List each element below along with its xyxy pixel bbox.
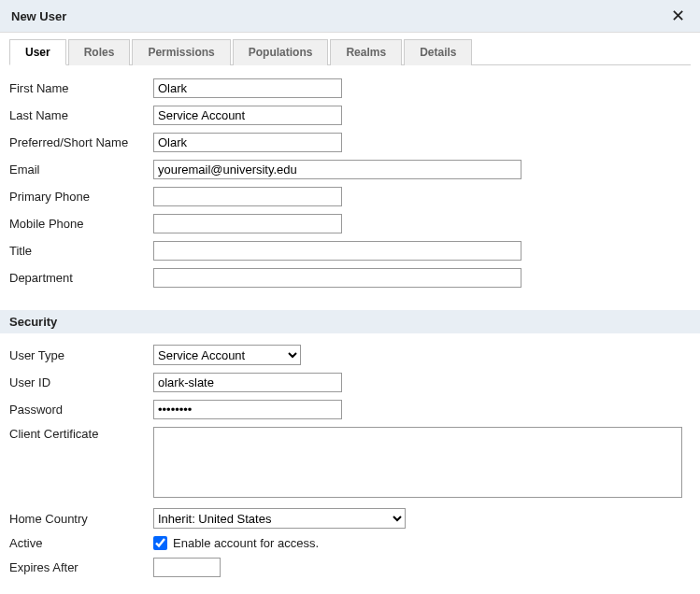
tab-permissions[interactable]: Permissions [132,39,230,65]
security-area: User Type Service Account User ID Passwo… [0,345,700,594]
expires-after-input[interactable] [153,558,221,577]
active-checkbox-label: Enable account for access. [173,536,319,550]
tabs: User Roles Permissions Populations Realm… [9,38,691,65]
tab-user[interactable]: User [9,39,66,65]
home-country-select[interactable]: Inherit: United States [153,508,406,529]
label-title: Title [9,244,153,258]
label-first-name: First Name [9,81,153,95]
label-user-id: User ID [9,375,153,389]
preferred-name-input[interactable] [153,133,342,152]
label-last-name: Last Name [9,108,153,122]
tab-realms[interactable]: Realms [330,39,402,65]
dialog-header: New User ✕ [0,0,700,33]
client-cert-textarea[interactable] [153,427,682,498]
label-preferred: Preferred/Short Name [9,135,153,149]
password-input[interactable] [153,400,342,419]
label-password: Password [9,403,153,417]
user-type-select[interactable]: Service Account [153,345,301,365]
tab-populations[interactable]: Populations [233,39,329,65]
form-area: First Name Last Name Preferred/Short Nam… [0,65,700,304]
label-active: Active [9,536,153,550]
close-icon[interactable]: ✕ [667,7,689,24]
label-expires-after: Expires After [9,560,153,574]
mobile-phone-input[interactable] [153,214,342,233]
tab-roles[interactable]: Roles [68,39,131,65]
tab-details[interactable]: Details [404,39,472,65]
department-input[interactable] [153,268,521,288]
label-client-cert: Client Certificate [9,427,153,441]
label-user-type: User Type [9,348,153,362]
email-input[interactable] [153,160,521,179]
label-department: Department [9,271,153,285]
first-name-input[interactable] [153,78,342,98]
last-name-input[interactable] [153,106,342,125]
active-checkbox[interactable] [153,536,167,550]
title-input[interactable] [153,241,521,261]
label-home-country: Home Country [9,512,153,526]
label-mobile-phone: Mobile Phone [9,217,153,231]
primary-phone-input[interactable] [153,187,342,206]
security-section-header: Security [0,310,700,333]
dialog-title: New User [11,9,66,23]
label-primary-phone: Primary Phone [9,190,153,204]
label-email: Email [9,163,153,177]
user-id-input[interactable] [153,373,342,392]
